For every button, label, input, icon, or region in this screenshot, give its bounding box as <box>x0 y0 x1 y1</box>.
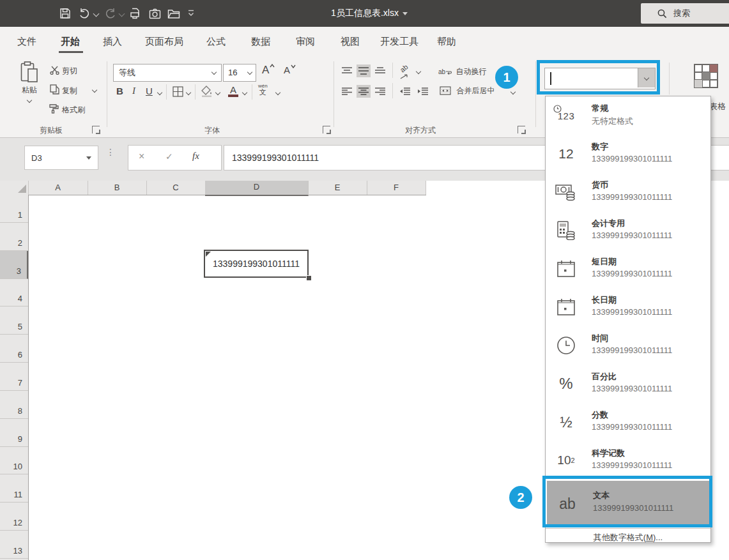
tab-developer[interactable]: 开发工具 <box>380 36 418 48</box>
grow-font-button[interactable]: A <box>262 64 275 77</box>
font-dialog-launcher-icon[interactable] <box>323 126 330 133</box>
decrease-indent-button[interactable] <box>397 85 411 98</box>
format-as-table-label[interactable]: 表格 <box>709 101 726 112</box>
menu-item-fraction[interactable]: ½ 分数 133999199301011111 <box>546 403 710 441</box>
menu-item-general[interactable]: 123 常规 无特定格式 <box>546 96 710 135</box>
phonetic-guide-button[interactable]: wén 文 <box>258 84 268 96</box>
print-preview-icon[interactable] <box>129 7 142 20</box>
copy-button[interactable]: 复制 <box>62 86 77 96</box>
tab-review[interactable]: 审阅 <box>296 36 315 48</box>
row-header-11[interactable]: 11 <box>0 474 28 503</box>
tab-help[interactable]: 帮助 <box>437 36 456 48</box>
align-bottom-button[interactable] <box>373 64 387 77</box>
italic-button[interactable]: I <box>132 86 135 96</box>
row-header-4[interactable]: 4 <box>0 279 28 306</box>
row-header-2[interactable]: 2 <box>0 223 28 251</box>
menu-item-preview: 133999199301011111 <box>592 269 672 278</box>
row-header-5[interactable]: 5 <box>0 306 28 335</box>
font-name-dropdown-icon <box>211 70 217 75</box>
merge-center-button[interactable]: 合并后居中 <box>440 86 495 98</box>
wrap-text-button[interactable]: ab 自动换行 <box>438 65 487 77</box>
font-group-label: 字体 <box>204 125 220 136</box>
column-header-f[interactable]: F <box>367 181 426 195</box>
row-header-9[interactable]: 9 <box>0 419 28 447</box>
font-color-button[interactable]: A <box>228 84 238 97</box>
tab-home[interactable]: 开始 <box>61 36 80 48</box>
small-divider <box>195 84 196 100</box>
small-divider <box>392 63 393 78</box>
accounting-icon <box>548 214 584 247</box>
column-header-a[interactable]: A <box>28 181 88 195</box>
number-icon: 12 <box>548 137 584 170</box>
search-box[interactable]: 搜索 <box>641 3 729 24</box>
row-header-1[interactable]: 1 <box>0 195 28 223</box>
increase-indent-button[interactable] <box>415 85 429 98</box>
name-box[interactable]: D3 <box>24 146 98 170</box>
column-header-c[interactable]: C <box>146 181 206 195</box>
menu-item-label: 货币 <box>592 179 608 191</box>
column-header-d[interactable]: D <box>205 181 309 196</box>
menu-item-scientific[interactable]: 102 科学记数 133999199301011111 <box>546 441 710 480</box>
fill-handle[interactable] <box>306 275 312 281</box>
menu-item-percentage[interactable]: % 百分比 133999199301011111 <box>546 365 710 403</box>
orientation-arrow <box>400 70 409 82</box>
cancel-icon[interactable]: × <box>139 151 144 162</box>
save-icon[interactable] <box>59 7 72 20</box>
tab-formulas[interactable]: 公式 <box>206 36 226 48</box>
document-title[interactable]: 1员工信息表.xlsx <box>318 8 420 19</box>
tab-page-layout[interactable]: 页面布局 <box>145 36 183 48</box>
paste-button[interactable]: 粘贴 <box>15 61 43 102</box>
bold-button[interactable]: B <box>116 86 123 96</box>
column-header-b[interactable]: B <box>88 181 147 195</box>
font-name-combo[interactable]: 等线 <box>113 64 222 82</box>
qat-more-icon[interactable] <box>187 7 195 20</box>
align-center-button[interactable] <box>357 85 371 98</box>
row-header-7[interactable]: 7 <box>0 363 28 391</box>
formula-bar-splitter[interactable]: ⋮ <box>106 149 115 155</box>
menu-item-short-date[interactable]: 短日期 133999199301011111 <box>546 250 710 288</box>
align-right-button[interactable] <box>373 85 387 98</box>
borders-button[interactable] <box>173 86 183 100</box>
underline-button[interactable]: U <box>146 86 153 96</box>
open-folder-icon[interactable] <box>167 7 180 20</box>
align-left-button[interactable] <box>340 85 354 98</box>
tab-view[interactable]: 视图 <box>341 36 360 48</box>
row-header-3[interactable]: 3 <box>0 251 28 279</box>
row-header-13[interactable]: 13 <box>0 531 28 559</box>
insert-function-icon[interactable]: fx <box>192 151 199 162</box>
row-header-6[interactable]: 6 <box>0 335 28 363</box>
fill-color-button[interactable] <box>201 86 212 100</box>
font-size-combo[interactable]: 16 <box>223 64 256 82</box>
paste-label: 粘贴 <box>22 85 37 96</box>
menu-item-number[interactable]: 12 数字 133999199301011111 <box>546 135 710 173</box>
conditional-formatting-icon[interactable] <box>693 63 719 91</box>
menu-item-preview: 133999199301011111 <box>592 307 672 317</box>
tab-insert[interactable]: 插入 <box>103 36 122 48</box>
menu-item-long-date[interactable]: 长日期 133999199301011111 <box>546 288 710 326</box>
select-all-corner[interactable] <box>0 181 29 195</box>
tab-data[interactable]: 数据 <box>251 36 270 48</box>
align-top-button[interactable] <box>340 64 354 77</box>
format-painter-button[interactable]: 格式刷 <box>62 105 85 116</box>
menu-item-time[interactable]: 时间 133999199301011111 <box>546 326 710 365</box>
shrink-font-button[interactable]: A <box>284 64 296 75</box>
undo-dropdown-icon[interactable] <box>93 7 99 20</box>
row-header-12[interactable]: 12 <box>0 503 28 531</box>
menu-item-currency[interactable]: 货币 133999199301011111 <box>546 173 710 211</box>
align-middle-button[interactable] <box>357 64 371 77</box>
cut-icon <box>50 66 59 77</box>
camera-icon[interactable] <box>148 7 161 20</box>
alignment-dialog-launcher-icon[interactable] <box>518 126 525 133</box>
cut-button[interactable]: 剪切 <box>62 66 77 77</box>
menu-item-accounting[interactable]: 会计专用 133999199301011111 <box>546 211 710 250</box>
active-cell-d3[interactable]: 133999199301011111 <box>204 250 309 278</box>
small-divider <box>669 63 670 95</box>
more-number-formats[interactable]: 其他数字格式(M)... <box>546 528 710 545</box>
clipboard-dialog-launcher-icon[interactable] <box>92 126 100 133</box>
row-header-10[interactable]: 10 <box>0 447 28 474</box>
confirm-icon[interactable]: ✓ <box>165 151 173 162</box>
undo-icon[interactable] <box>78 7 91 20</box>
column-header-e[interactable]: E <box>308 181 367 195</box>
tab-file[interactable]: 文件 <box>17 36 36 48</box>
row-header-8[interactable]: 8 <box>0 391 28 419</box>
